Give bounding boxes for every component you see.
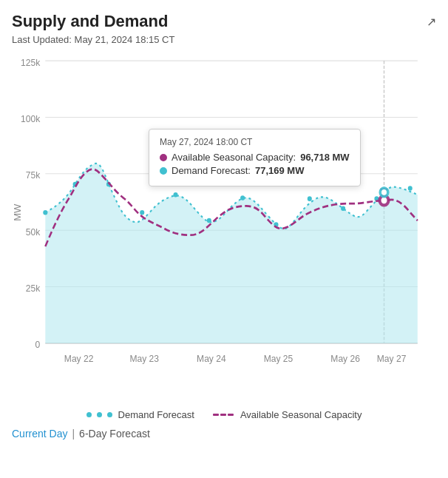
legend-demand: Demand Forecast	[86, 409, 194, 420]
chart-svg: 125k 100k 75k 50k 25k 0 MW	[12, 51, 436, 406]
page-title: Supply and Demand	[12, 12, 168, 31]
svg-point-24	[341, 206, 345, 211]
dash-1	[213, 414, 219, 416]
demand-legend-line	[86, 412, 112, 417]
svg-text:May 25: May 25	[264, 354, 293, 365]
svg-point-18	[140, 210, 144, 215]
current-day-link[interactable]: Current Day	[12, 428, 67, 440]
header: Supply and Demand ↗	[12, 12, 436, 31]
dash-2	[220, 414, 226, 416]
svg-text:May 24: May 24	[197, 354, 226, 365]
svg-point-19	[174, 192, 178, 198]
svg-text:100k: 100k	[21, 114, 41, 125]
svg-point-26	[408, 186, 413, 191]
demand-legend-dot	[86, 412, 92, 417]
demand-legend-dot2	[97, 412, 102, 417]
svg-text:0: 0	[35, 340, 41, 351]
demand-legend-label: Demand Forecast	[118, 409, 194, 420]
svg-point-15	[43, 210, 47, 215]
svg-text:May 23: May 23	[129, 354, 159, 365]
separator: |	[72, 428, 75, 440]
svg-point-23	[308, 196, 312, 201]
svg-text:May 26: May 26	[330, 354, 360, 365]
svg-text:25k: 25k	[26, 283, 41, 294]
svg-text:50k: 50k	[26, 226, 41, 238]
svg-text:125k: 125k	[21, 57, 41, 68]
svg-text:75k: 75k	[26, 170, 41, 181]
forecast-text: 6-Day Forecast	[79, 428, 150, 440]
external-link-icon[interactable]: ↗	[427, 15, 436, 29]
svg-point-20	[207, 218, 211, 223]
demand-legend-dot3	[107, 412, 112, 417]
svg-text:MW: MW	[13, 203, 23, 221]
svg-point-21	[240, 195, 245, 201]
dash-3	[228, 414, 234, 416]
svg-point-28	[381, 197, 387, 203]
last-updated: Last Updated: May 21, 2024 18:15 CT	[12, 34, 436, 45]
chart-area: 125k 100k 75k 50k 25k 0 MW	[12, 51, 436, 406]
card: Supply and Demand ↗ Last Updated: May 21…	[0, 0, 448, 478]
chart-legend: Demand Forecast Available Seasonal Capac…	[12, 409, 436, 420]
svg-text:May 22: May 22	[64, 354, 94, 365]
capacity-legend-line	[212, 414, 234, 416]
footer: Current Day | 6-Day Forecast	[12, 428, 436, 440]
capacity-legend-label: Available Seasonal Capacity	[240, 409, 362, 420]
svg-point-31	[381, 189, 387, 195]
legend-capacity: Available Seasonal Capacity	[212, 409, 362, 420]
svg-text:May 27: May 27	[377, 354, 407, 365]
